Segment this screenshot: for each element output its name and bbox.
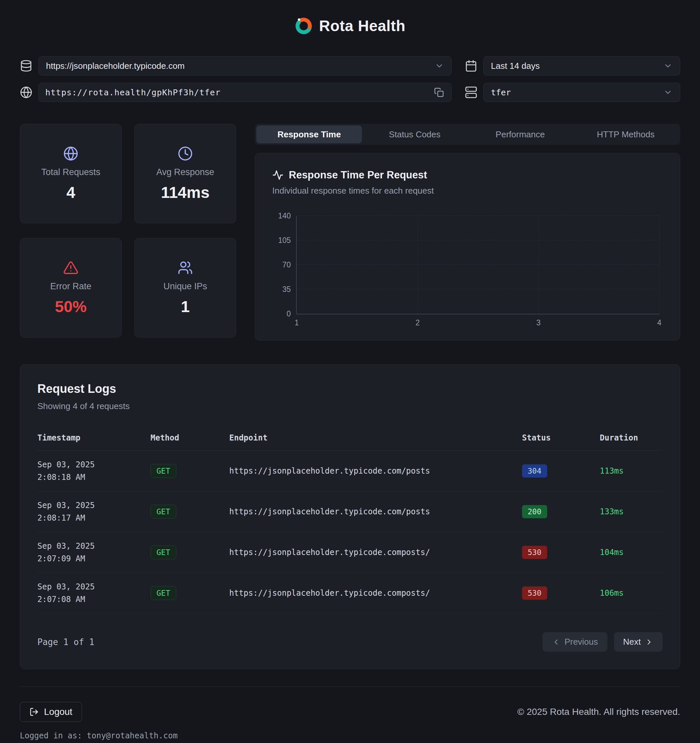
tab[interactable]: HTTP Methods <box>573 126 678 143</box>
brand-name: Rota Health <box>319 17 405 35</box>
api-endpoint-select[interactable]: https://jsonplaceholder.typicode.com <box>38 56 452 75</box>
dashboard-page: Rota Health https://jsonplaceholder.typi… <box>0 0 700 743</box>
users-icon <box>178 260 193 275</box>
chevron-down-icon <box>663 61 672 71</box>
request-logs-card: Request Logs Showing 4 of 4 requests Tim… <box>20 364 680 669</box>
endpoint-cell: https://jsonplaceholder.typicode.com/pos… <box>229 507 522 516</box>
method-badge: GET <box>151 545 176 559</box>
globe-icon <box>20 86 32 99</box>
tab[interactable]: Performance <box>467 126 573 143</box>
logout-button[interactable]: Logout <box>20 702 82 722</box>
method-badge: GET <box>151 586 176 600</box>
stat-value: 114ms <box>161 184 210 201</box>
method-cell: GET <box>151 505 229 519</box>
duration-cell: 104ms <box>600 548 663 557</box>
log-time: 2:08:17 AM <box>37 513 151 522</box>
logs-title: Request Logs <box>37 382 663 396</box>
stat-value: 1 <box>181 297 190 316</box>
logged-in-as: Logged in as: tony@rotahealth.com <box>20 731 680 740</box>
y-axis-tick: 70 <box>282 260 291 269</box>
previous-label: Previous <box>564 637 598 647</box>
previous-page-button[interactable]: Previous <box>542 632 607 652</box>
status-cell: 530 <box>522 546 600 559</box>
stat-card-total-requests: Total Requests 4 <box>20 124 122 223</box>
stat-label: Total Requests <box>41 167 100 178</box>
logs-table-body: Sep 03, 2025 2:08:18 AM GET https://json… <box>37 451 663 614</box>
log-date: Sep 03, 2025 <box>37 460 151 469</box>
table-row: Sep 03, 2025 2:07:09 AM GET https://json… <box>37 532 663 573</box>
status-cell: 200 <box>522 505 600 518</box>
share-url-field[interactable]: https://rota.health/gpKhPf3h/tfer <box>38 83 452 102</box>
log-time: 2:08:18 AM <box>37 473 151 482</box>
column-header-status: Status <box>522 433 600 443</box>
timestamp-cell: Sep 03, 2025 2:07:08 AM <box>37 582 151 604</box>
gridline-v <box>418 216 418 314</box>
stat-card-unique-ips: Unique IPs 1 <box>134 238 236 337</box>
log-date: Sep 03, 2025 <box>37 501 151 510</box>
project-key-value: tfer <box>491 88 511 97</box>
method-cell: GET <box>151 464 229 478</box>
table-row: Sep 03, 2025 2:08:18 AM GET https://json… <box>37 451 663 491</box>
method-cell: GET <box>151 545 229 559</box>
chart-tabs: Response Time Status Codes Performance H… <box>255 124 680 145</box>
chart-card: Response Time Per Request Individual res… <box>255 153 680 340</box>
chart-title-row: Response Time Per Request <box>272 169 663 181</box>
chevron-right-icon <box>645 638 653 646</box>
date-range-value: Last 14 days <box>491 61 539 71</box>
project-key-select[interactable]: tfer <box>483 83 680 102</box>
activity-icon <box>272 169 284 181</box>
duration-cell: 106ms <box>600 588 663 598</box>
x-axis-tick: 2 <box>415 318 420 327</box>
endpoint-cell: https://jsonplaceholder.typicode.com/pos… <box>229 466 522 475</box>
timestamp-cell: Sep 03, 2025 2:08:18 AM <box>37 460 151 482</box>
chevron-down-icon <box>663 88 672 97</box>
y-axis-tick: 140 <box>278 212 291 221</box>
y-axis-tick: 35 <box>282 285 291 294</box>
stat-card-error-rate: Error Rate 50% <box>20 238 122 337</box>
gridline-h <box>297 240 659 240</box>
stat-card-avg-response: Avg Response 114ms <box>134 124 236 223</box>
tab[interactable]: Response Time <box>256 126 362 143</box>
duration-cell: 133ms <box>600 507 663 516</box>
globe-icon <box>63 146 78 161</box>
copy-button[interactable] <box>433 87 445 98</box>
logs-table-header: Timestamp Method Endpoint Status Duratio… <box>37 430 663 451</box>
chart-title: Response Time Per Request <box>289 169 427 181</box>
log-date: Sep 03, 2025 <box>37 542 151 551</box>
share-url-value: https://rota.health/gpKhPf3h/tfer <box>45 88 221 97</box>
next-label: Next <box>623 637 641 647</box>
pagination-buttons: Previous Next <box>542 632 663 652</box>
duration-cell: 113ms <box>600 466 663 475</box>
stat-value: 50% <box>55 297 87 316</box>
stat-value: 4 <box>66 184 75 201</box>
method-badge: GET <box>151 505 176 519</box>
status-cell: 304 <box>522 464 600 478</box>
page-footer: Logout © 2025 Rota Health. All rights re… <box>20 687 680 740</box>
stat-label: Unique IPs <box>164 281 207 292</box>
alert-triangle-icon <box>63 260 78 275</box>
chart-subtitle: Individual response times for each reque… <box>272 186 663 196</box>
endpoint-cell: https://jsonplaceholder.typicode.compost… <box>229 588 522 598</box>
next-page-button[interactable]: Next <box>614 632 663 652</box>
method-cell: GET <box>151 586 229 600</box>
logs-table: Timestamp Method Endpoint Status Duratio… <box>37 430 663 614</box>
table-row: Sep 03, 2025 2:08:17 AM GET https://json… <box>37 491 663 532</box>
x-axis-tick: 4 <box>657 318 662 327</box>
gridline-v <box>659 216 660 314</box>
chevron-down-icon <box>435 61 444 71</box>
y-axis-tick: 105 <box>278 236 291 245</box>
server-icon <box>465 86 477 99</box>
y-axis-tick: 0 <box>286 309 291 318</box>
tab[interactable]: Status Codes <box>362 126 467 143</box>
status-badge: 304 <box>522 464 547 478</box>
column-header-duration: Duration <box>600 433 663 443</box>
column-header-endpoint: Endpoint <box>229 433 522 443</box>
control-row-1: https://jsonplaceholder.typicode.com Las… <box>20 56 680 75</box>
api-endpoint-value: https://jsonplaceholder.typicode.com <box>46 61 185 71</box>
brand-logo-icon <box>294 16 313 35</box>
column-header-method: Method <box>151 433 229 443</box>
date-range-select[interactable]: Last 14 days <box>483 56 680 75</box>
controls-section: https://jsonplaceholder.typicode.com Las… <box>20 56 680 102</box>
footer-row: Logout © 2025 Rota Health. All rights re… <box>20 702 680 722</box>
control-row-2: https://rota.health/gpKhPf3h/tfer tfer <box>20 83 680 102</box>
